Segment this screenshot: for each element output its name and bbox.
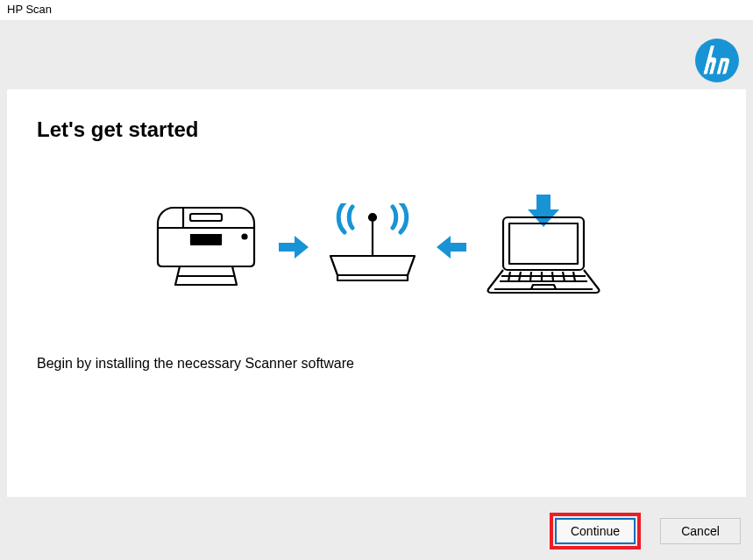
svg-line-15 xyxy=(563,272,565,281)
outer-area: Let's get started xyxy=(0,21,753,560)
window-title-bar: HP Scan xyxy=(0,0,753,21)
hp-logo xyxy=(695,39,739,86)
svg-line-11 xyxy=(519,272,521,281)
setup-diagram xyxy=(37,195,716,303)
router-icon xyxy=(324,203,421,294)
svg-rect-1 xyxy=(190,214,222,221)
svg-line-16 xyxy=(573,272,575,281)
svg-point-4 xyxy=(369,214,376,221)
arrow-left-icon xyxy=(437,234,466,264)
window-title: HP Scan xyxy=(7,3,52,16)
continue-highlight: Continue xyxy=(550,513,641,549)
svg-rect-6 xyxy=(509,223,578,264)
instruction-text: Begin by installing the necessary Scanne… xyxy=(37,356,716,372)
arrow-right-icon xyxy=(279,234,309,264)
svg-line-14 xyxy=(552,272,553,281)
laptop-download-icon xyxy=(482,195,605,303)
svg-line-10 xyxy=(508,272,510,281)
continue-button[interactable]: Continue xyxy=(555,518,636,544)
button-row: Continue Cancel xyxy=(550,513,741,549)
printer-icon xyxy=(149,199,263,299)
svg-line-12 xyxy=(530,272,531,281)
cancel-button[interactable]: Cancel xyxy=(660,518,741,544)
svg-point-2 xyxy=(242,235,246,239)
page-heading: Let's get started xyxy=(37,117,716,142)
content-card: Let's get started xyxy=(7,89,746,497)
